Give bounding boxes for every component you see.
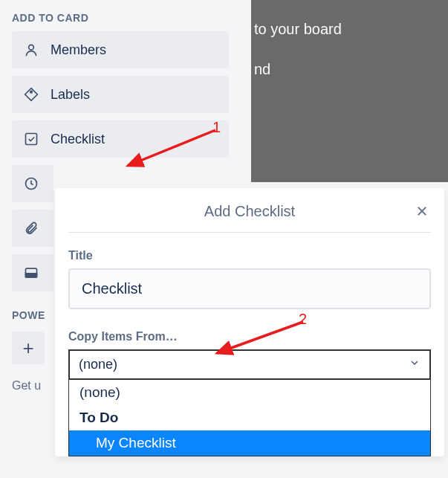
copy-from-select[interactable]: (none) [68, 349, 431, 380]
modal-backdrop: to your board nd [251, 0, 448, 182]
tag-icon [22, 85, 40, 103]
add-checklist-popover: Add Checklist Title Copy Items From… (no… [55, 188, 444, 456]
svg-rect-5 [26, 274, 37, 277]
dropdown-group-todo: To Do [69, 405, 430, 430]
button-label: Checklist [51, 132, 105, 147]
button-label: Labels [51, 87, 90, 103]
copy-from-dropdown: (none) To Do My Checklist [68, 380, 431, 456]
svg-point-1 [30, 91, 33, 93]
clock-icon [22, 175, 40, 193]
dropdown-option-mychecklist[interactable]: My Checklist [69, 430, 430, 456]
close-icon[interactable] [413, 202, 431, 220]
labels-button[interactable]: Labels [12, 76, 229, 113]
check-square-icon [22, 130, 40, 148]
paperclip-icon [22, 219, 40, 237]
popover-title: Add Checklist [68, 198, 431, 233]
title-label: Title [68, 249, 431, 262]
cover-icon [22, 264, 40, 282]
svg-point-0 [29, 45, 34, 50]
checklist-button[interactable]: Checklist [12, 120, 229, 158]
button-label: Members [51, 42, 106, 58]
section-header: ADD TO CARD [12, 12, 239, 24]
dropdown-option-none[interactable]: (none) [69, 380, 430, 405]
attachment-button[interactable] [12, 210, 53, 247]
members-button[interactable]: Members [12, 31, 229, 68]
person-icon [22, 41, 40, 59]
cover-button[interactable] [12, 254, 53, 291]
copy-from-label: Copy Items From… [68, 330, 431, 343]
background-text: nd [254, 61, 270, 78]
select-value: (none) [79, 357, 117, 372]
add-powerup-button[interactable]: + [12, 332, 45, 364]
checklist-title-input[interactable] [68, 268, 431, 309]
plus-icon: + [22, 337, 33, 360]
background-text: to your board [254, 21, 342, 38]
svg-rect-2 [26, 134, 37, 145]
chevron-down-icon [409, 357, 421, 372]
dates-button[interactable] [12, 165, 53, 202]
